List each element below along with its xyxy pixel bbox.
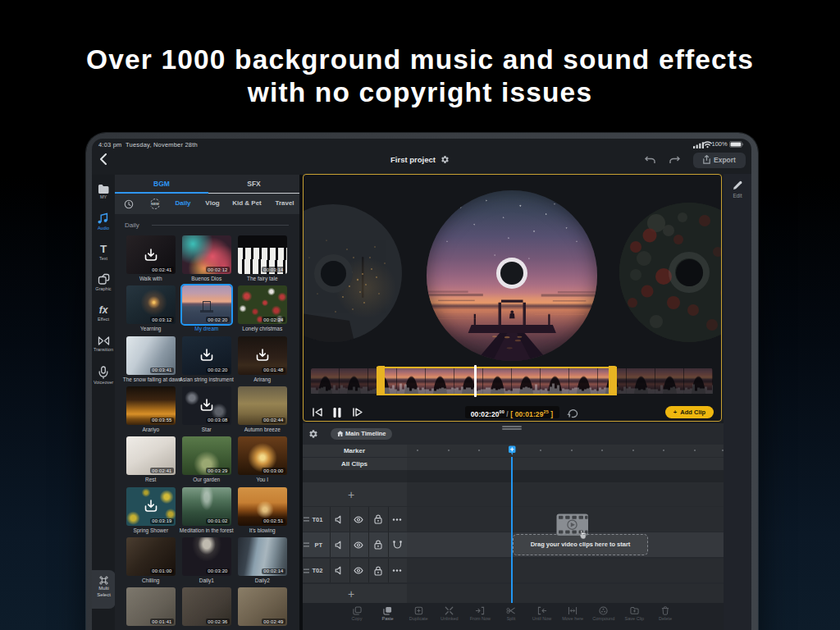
svg-text:NEW: NEW [151, 202, 159, 206]
